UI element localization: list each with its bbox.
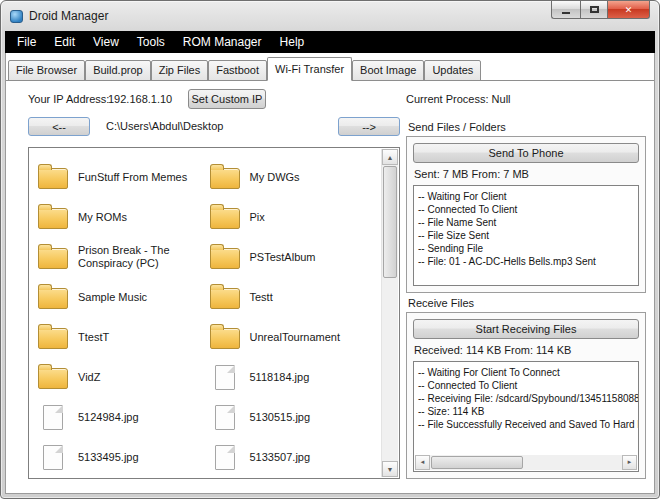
ip-address-label: Your IP Address: — [28, 93, 109, 105]
transfer-panel: Send Files / Folders Send To Phone Sent:… — [406, 121, 646, 479]
file-list-item[interactable]: VidZ — [38, 357, 210, 397]
file-list-item[interactable]: Sample Music — [38, 277, 210, 317]
ip-address-value: 192.168.1.10 — [108, 93, 172, 105]
window-controls: ✕ — [551, 1, 650, 19]
close-button[interactable]: ✕ — [608, 1, 650, 19]
file-name-label: FunStuff From Memes — [78, 171, 187, 184]
navigation-row: <-- C:\Users\Abdul\Desktop --> — [28, 117, 400, 139]
maximize-button[interactable] — [580, 1, 608, 19]
window-title: Droid Manager — [29, 9, 108, 23]
send-section-title: Send Files / Folders — [408, 121, 506, 133]
file-grid: FunStuff From Memes My DWGs My ROMs — [30, 149, 381, 477]
send-status: Sent: 7 MB From: 7 MB — [413, 168, 639, 180]
item-type-icon — [210, 208, 240, 229]
item-type-icon — [215, 405, 235, 430]
file-name-label: PSTestAlbum — [250, 251, 316, 264]
item-type-icon — [43, 405, 63, 430]
item-type-icon — [43, 445, 63, 470]
file-list-item[interactable]: Pix — [210, 197, 382, 237]
file-browser-pane: <-- C:\Users\Abdul\Desktop --> FunStuff … — [28, 117, 400, 479]
scroll-left-arrow-icon[interactable]: ◄ — [415, 455, 430, 470]
scroll-up-arrow-icon[interactable]: ▲ — [382, 149, 398, 165]
send-log-line: -- Connected To Client — [418, 203, 634, 216]
item-type-icon — [215, 365, 235, 390]
menu-item[interactable]: Edit — [45, 31, 84, 53]
receive-log-line: -- Connected To Client — [418, 379, 634, 392]
send-group: Send To Phone Sent: 7 MB From: 7 MB -- W… — [406, 136, 646, 293]
receive-log-line: -- File Successfully Received and Saved … — [418, 418, 634, 431]
tab[interactable]: Build.prop — [85, 60, 151, 81]
item-type-icon — [38, 328, 68, 349]
item-type-icon — [210, 248, 240, 269]
send-log-line: -- File: 01 - AC-DC-Hells Bells.mp3 Sent — [418, 255, 634, 268]
tab[interactable]: Fastboot — [208, 60, 267, 81]
minimize-button[interactable] — [551, 1, 580, 19]
client-area: File Browser Build.prop Zip Files Fastbo… — [5, 53, 655, 494]
scroll-right-arrow-icon[interactable]: ► — [622, 455, 637, 470]
file-list-item[interactable]: 5118184.jpg — [210, 357, 382, 397]
file-name-label: UnrealTournament — [250, 331, 341, 344]
menu-item[interactable]: View — [84, 31, 128, 53]
file-name-label: Sample Music — [78, 291, 147, 304]
start-receiving-files-button[interactable]: Start Receiving Files — [413, 319, 639, 339]
titlebar[interactable]: Droid Manager ✕ — [1, 1, 659, 31]
tab[interactable]: Wi-Fi Transfer — [267, 57, 352, 81]
item-type-icon — [38, 288, 68, 309]
close-icon: ✕ — [625, 5, 633, 15]
file-name-label: 5118184.jpg — [250, 371, 310, 384]
menu-item[interactable]: ROM Manager — [174, 31, 271, 53]
menu-item[interactable]: Help — [271, 31, 314, 53]
file-list-item[interactable]: My ROMs — [38, 197, 210, 237]
menu-item[interactable]: File — [8, 31, 45, 53]
file-list-item[interactable]: TtestT — [38, 317, 210, 357]
file-name-label: Pix — [250, 211, 265, 224]
send-log-line: -- File Size Sent — [418, 229, 634, 242]
file-name-label: My DWGs — [250, 171, 300, 184]
receive-log-hscrollbar[interactable]: ◄ ► — [415, 455, 637, 470]
tabstrip: File Browser Build.prop Zip Files Fastbo… — [6, 53, 654, 81]
tab[interactable]: Zip Files — [151, 60, 209, 81]
forward-button[interactable]: --> — [338, 117, 400, 136]
tab[interactable]: Updates — [424, 60, 481, 81]
send-to-phone-button[interactable]: Send To Phone — [413, 143, 639, 163]
scroll-down-arrow-icon[interactable]: ▼ — [382, 461, 398, 477]
app-window: Droid Manager ✕ File Edit View Tools ROM… — [0, 0, 660, 499]
file-list-item[interactable]: 5124984.jpg — [38, 397, 210, 437]
current-path: C:\Users\Abdul\Desktop — [106, 120, 223, 132]
file-name-label: Testt — [250, 291, 273, 304]
item-type-icon — [215, 445, 235, 470]
hscrollbar-thumb[interactable] — [431, 456, 523, 469]
file-list-item[interactable]: Testt — [210, 277, 382, 317]
send-log: -- Waiting For Client -- Connected To Cl… — [413, 185, 639, 286]
scrollbar-thumb[interactable] — [383, 166, 397, 278]
receive-log-line: -- Waiting For Client To Connect — [418, 366, 634, 379]
tab[interactable]: Boot Image — [352, 60, 424, 81]
receive-status: Received: 114 KB From: 114 KB — [413, 344, 639, 356]
back-button[interactable]: <-- — [28, 117, 90, 136]
send-log-line: -- Waiting For Client — [418, 190, 634, 203]
item-type-icon — [210, 288, 240, 309]
set-custom-ip-button[interactable]: Set Custom IP — [188, 89, 266, 109]
file-list-item[interactable]: Prison Break - The Conspiracy (PC) — [38, 237, 210, 277]
item-type-icon — [38, 248, 68, 269]
file-list-item[interactable]: 5130515.jpg — [210, 397, 382, 437]
file-list-item[interactable]: UnrealTournament — [210, 317, 382, 357]
item-type-icon — [210, 328, 240, 349]
file-name-label: 5133495.jpg — [78, 451, 139, 464]
file-list: FunStuff From Memes My DWGs My ROMs — [28, 147, 400, 479]
file-list-item[interactable]: FunStuff From Memes — [38, 157, 210, 197]
file-list-item[interactable]: My DWGs — [210, 157, 382, 197]
file-list-item[interactable]: PSTestAlbum — [210, 237, 382, 277]
current-process-text: Current Process: Null — [406, 93, 511, 105]
file-name-label: VidZ — [78, 371, 100, 384]
file-list-item[interactable]: 5133507.jpg — [210, 437, 382, 477]
file-list-scrollbar[interactable]: ▲ ▼ — [381, 149, 398, 477]
file-name-label: 5130515.jpg — [250, 411, 311, 424]
file-name-label: 5124984.jpg — [78, 411, 139, 424]
file-name-label: Prison Break - The Conspiracy (PC) — [78, 244, 202, 270]
menu-item[interactable]: Tools — [128, 31, 174, 53]
file-list-item[interactable]: 5133495.jpg — [38, 437, 210, 477]
tab[interactable]: File Browser — [8, 60, 85, 81]
file-name-label: 5133507.jpg — [250, 451, 311, 464]
receive-section-title: Receive Files — [408, 297, 474, 309]
